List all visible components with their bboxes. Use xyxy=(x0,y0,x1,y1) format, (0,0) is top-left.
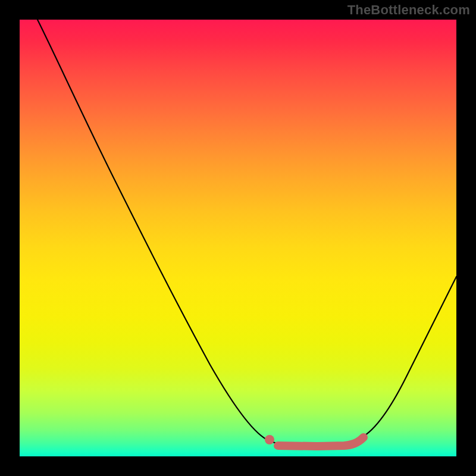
plot-gradient-area xyxy=(20,20,456,456)
accent-segment xyxy=(278,437,364,446)
watermark-text: TheBottleneck.com xyxy=(347,2,470,18)
chart-svg xyxy=(20,20,456,456)
bottleneck-curve xyxy=(37,20,456,446)
accent-dot xyxy=(265,435,274,444)
